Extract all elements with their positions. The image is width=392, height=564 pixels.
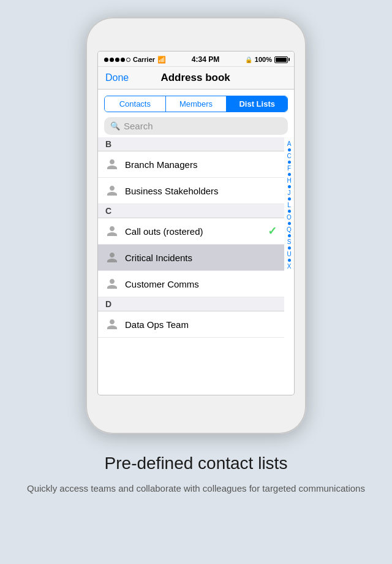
nav-bar: Done Address book [98, 67, 294, 90]
alpha-f[interactable]: F [287, 164, 291, 172]
list-item-branch-managers[interactable]: Branch Managers [98, 151, 284, 178]
bottom-subtitle: Quickly access teams and collaborate wit… [27, 482, 365, 496]
carrier-label: Carrier [133, 56, 155, 63]
list-main: B Branch Managers Business Stakeholders [98, 137, 284, 338]
signal-dot-4 [121, 58, 125, 62]
signal-dot-5 [126, 58, 130, 62]
alpha-q[interactable]: Q [287, 226, 292, 234]
person-icon [105, 277, 119, 291]
bottom-section: Pre-defined contact lists Quickly access… [2, 434, 390, 496]
alpha-dot [288, 259, 291, 262]
person-icon [105, 158, 119, 171]
item-label: Business Stakeholders [125, 186, 277, 196]
alpha-a[interactable]: A [287, 140, 292, 148]
nav-title: Address book [160, 72, 230, 84]
person-icon [105, 224, 119, 238]
search-icon: 🔍 [110, 121, 120, 131]
list-item-critical-incidents[interactable]: Critical Incidents [98, 245, 284, 271]
signal-dot-1 [104, 58, 108, 62]
lock-icon: 🔒 [245, 56, 252, 63]
battery-icon [274, 56, 288, 63]
list-item-business-stakeholders[interactable]: Business Stakeholders [98, 178, 284, 204]
checkmark-icon: ✓ [268, 224, 277, 238]
phone-screen: Carrier 📶 4:34 PM 🔒 100% Done Address bo… [98, 51, 294, 395]
alpha-h[interactable]: H [287, 177, 291, 185]
battery-fill [276, 58, 287, 62]
signal-dots [104, 58, 130, 62]
segmented-control: Contacts Members Dist Lists [104, 96, 288, 112]
section-header-d: D [98, 297, 284, 311]
tab-members[interactable]: Members [166, 96, 227, 112]
alpha-s[interactable]: S [287, 238, 292, 246]
alpha-dot [288, 185, 291, 188]
person-icon [105, 318, 119, 331]
signal-dot-3 [115, 58, 119, 62]
tab-dist-lists[interactable]: Dist Lists [227, 96, 287, 112]
alpha-u[interactable]: U [287, 250, 291, 258]
item-label: Call outs (rostered) [125, 226, 262, 237]
status-bar: Carrier 📶 4:34 PM 🔒 100% [98, 51, 294, 67]
battery-percent: 100% [255, 56, 272, 63]
status-left: Carrier 📶 [104, 56, 166, 64]
item-label: Data Ops Team [125, 319, 277, 330]
bottom-title: Pre-defined contact lists [105, 454, 288, 473]
alpha-index[interactable]: A C F H J L O Q S U X [284, 137, 294, 338]
item-label: Critical Incidents [125, 253, 277, 263]
alpha-dot [288, 210, 291, 213]
alpha-j[interactable]: J [288, 189, 291, 197]
time-display: 4:34 PM [192, 55, 219, 64]
alpha-dot [288, 222, 291, 225]
person-icon [105, 251, 119, 264]
item-label: Customer Comms [125, 279, 277, 289]
alpha-c[interactable]: C [287, 152, 291, 160]
list-area: B Branch Managers Business Stakeholders [98, 137, 294, 338]
section-header-b: B [98, 137, 284, 151]
alpha-l[interactable]: L [287, 201, 291, 209]
phone-shell: Carrier 📶 4:34 PM 🔒 100% Done Address bo… [86, 17, 306, 434]
list-item-customer-comms[interactable]: Customer Comms [98, 271, 284, 297]
alpha-dot [288, 173, 291, 176]
alpha-dot [288, 161, 291, 164]
alpha-dot [288, 246, 291, 250]
item-label: Branch Managers [125, 159, 277, 170]
person-icon [105, 184, 119, 197]
alpha-o[interactable]: O [287, 213, 292, 221]
signal-dot-2 [110, 58, 114, 62]
alpha-dot [288, 197, 291, 200]
tab-contacts[interactable]: Contacts [105, 96, 166, 112]
alpha-x[interactable]: X [287, 262, 292, 270]
status-right: 🔒 100% [245, 56, 288, 63]
done-button[interactable]: Done [105, 72, 129, 83]
search-bar[interactable]: 🔍 Search [104, 117, 288, 135]
search-placeholder: Search [124, 121, 153, 131]
list-item-data-ops[interactable]: Data Ops Team [98, 311, 284, 338]
alpha-dot [288, 234, 291, 237]
wifi-icon: 📶 [157, 56, 166, 64]
section-header-c: C [98, 204, 284, 218]
list-item-call-outs[interactable]: Call outs (rostered) ✓ [98, 218, 284, 245]
alpha-dot [288, 148, 291, 151]
